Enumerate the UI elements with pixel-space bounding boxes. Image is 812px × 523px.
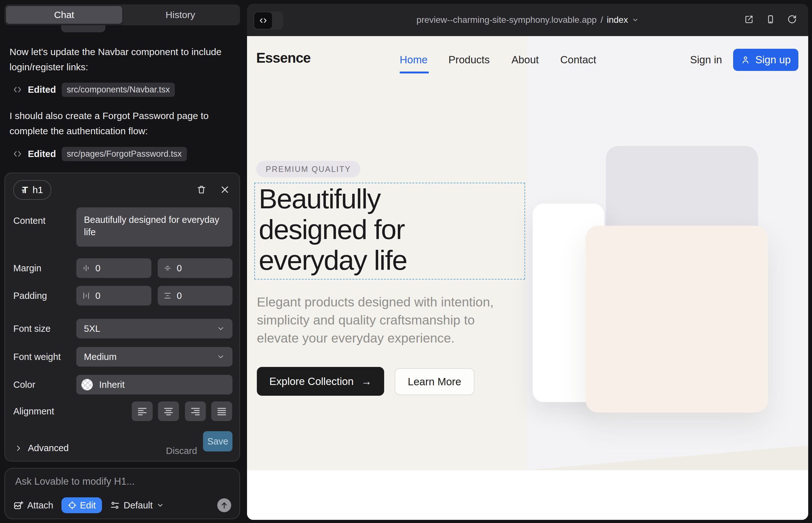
chat-history-tabs: Chat History [4, 4, 240, 25]
browser-actions [744, 15, 797, 24]
tab-history[interactable]: History [122, 6, 239, 24]
color-select[interactable]: Inherit [76, 375, 232, 395]
site-logo[interactable]: Essence [256, 50, 311, 66]
preview-page: Essence Home Products About Contact Sign… [247, 36, 808, 520]
padding-y-input[interactable]: 0 [158, 286, 232, 306]
margin-x-input[interactable]: 0 [76, 258, 152, 278]
refresh-icon[interactable] [787, 15, 797, 24]
chevron-down-icon [632, 16, 639, 23]
typography-icon: тT [21, 184, 28, 195]
chevron-down-icon [156, 502, 164, 509]
explore-collection-button[interactable]: Explore Collection → [257, 367, 384, 396]
chevron-right-icon [15, 445, 22, 452]
padding-horizontal-icon [82, 292, 90, 300]
app-window: Chat History Now let's update the Navbar… [0, 0, 812, 523]
open-external-icon[interactable] [744, 15, 754, 24]
nav-link-contact[interactable]: Contact [560, 54, 596, 66]
padding-x-input[interactable]: 0 [76, 286, 152, 306]
align-center-icon [163, 405, 174, 417]
align-left-icon [137, 405, 148, 417]
content-input[interactable]: Beautifully designed for everyday life [76, 208, 232, 247]
selected-element-outline[interactable]: Beautifully designed for everyday life [254, 183, 525, 279]
browser-url-bar[interactable]: preview--charming-site-symphony.lovable.… [247, 4, 808, 36]
edited-label: Edited [28, 85, 56, 95]
hero-heading[interactable]: Beautifully designed for everyday life [259, 183, 436, 275]
alignment-label: Alignment [13, 401, 54, 421]
align-justify-button[interactable] [211, 401, 232, 421]
element-editor-panel: тT h1 Content Beautifully designed for e… [4, 173, 240, 462]
mode-select[interactable]: Default [110, 500, 164, 511]
element-tag-label: h1 [33, 184, 43, 195]
color-label: Color [13, 375, 35, 395]
margin-horizontal-icon [82, 264, 90, 272]
composer-toolbar: Attach Edit Default [13, 497, 231, 513]
edited-file-row: Edited src/components/Navbar.tsx [13, 82, 175, 97]
sign-up-button[interactable]: Sign up [733, 49, 798, 71]
chevron-down-icon [217, 353, 225, 361]
align-justify-icon [216, 405, 227, 417]
arrow-up-icon [220, 501, 228, 509]
preview-browser-window: preview--charming-site-symphony.lovable.… [247, 4, 808, 520]
decor-card-beige [586, 226, 768, 413]
align-center-button[interactable] [158, 401, 179, 421]
advanced-toggle[interactable]: Advanced [15, 443, 69, 453]
align-right-icon [190, 405, 201, 417]
font-weight-select[interactable]: Medium [76, 347, 232, 366]
chevron-down-icon [217, 325, 225, 333]
hero-badge: PREMIUM QUALITY [256, 161, 360, 177]
url-separator: / [600, 15, 603, 25]
send-button[interactable] [217, 498, 231, 512]
image-plus-icon [13, 500, 23, 510]
code-icon [259, 16, 268, 25]
chat-message: Now let's update the Navbar component to… [10, 44, 231, 75]
tab-chat[interactable]: Chat [6, 6, 122, 24]
edited-file-row: Edited src/pages/ForgotPassword.tsx [13, 147, 187, 161]
color-swatch [82, 379, 93, 390]
chat-composer: Attach Edit Default [4, 468, 240, 519]
mobile-view-icon[interactable] [766, 15, 775, 24]
code-icon [13, 85, 22, 94]
nav-link-products[interactable]: Products [448, 54, 490, 66]
nav-link-home[interactable]: Home [400, 54, 427, 66]
nav-active-underline [400, 72, 429, 73]
align-right-button[interactable] [185, 401, 206, 421]
discard-button[interactable]: Discard [166, 443, 197, 459]
code-view-segment[interactable] [254, 12, 272, 29]
font-weight-label: Font weight [13, 347, 61, 366]
padding-vertical-icon [163, 292, 172, 300]
url-host: preview--charming-site-symphony.lovable.… [417, 15, 597, 25]
save-button[interactable]: Save [203, 431, 232, 451]
edit-mode-button[interactable]: Edit [61, 497, 102, 513]
margin-label: Margin [13, 258, 41, 278]
sliders-icon [110, 501, 120, 510]
close-editor-button[interactable] [218, 183, 232, 197]
padding-label: Padding [13, 286, 47, 306]
margin-y-input[interactable]: 0 [158, 258, 232, 278]
file-chip[interactable]: src/pages/ForgotPassword.tsx [62, 147, 187, 161]
url-page: index [607, 15, 628, 25]
font-size-label: Font size [13, 319, 51, 339]
align-left-button[interactable] [132, 401, 153, 421]
attach-button[interactable]: Attach [13, 500, 53, 511]
arrow-right-icon: → [361, 376, 371, 387]
content-label: Content [13, 211, 46, 230]
composer-input[interactable] [15, 475, 225, 488]
user-icon [741, 55, 750, 65]
hero-paragraph: Elegant products designed with intention… [257, 293, 510, 347]
chat-message: I should also create a Forgot Password p… [10, 108, 231, 139]
margin-vertical-icon [163, 264, 172, 272]
code-icon [13, 149, 22, 159]
delete-element-button[interactable] [194, 183, 208, 197]
font-size-select[interactable]: 5XL [76, 319, 232, 339]
sign-in-link[interactable]: Sign in [690, 54, 722, 66]
code-preview-toggle[interactable] [253, 12, 283, 30]
next-section-background [247, 470, 808, 520]
crosshair-icon [68, 501, 77, 510]
learn-more-button[interactable]: Learn More [394, 368, 474, 395]
element-tag-chip: тT h1 [13, 180, 51, 200]
edited-label: Edited [28, 149, 56, 159]
preview-view-segment[interactable] [272, 12, 282, 29]
file-chip[interactable]: src/components/Navbar.tsx [62, 83, 175, 97]
nav-link-about[interactable]: About [511, 54, 539, 66]
